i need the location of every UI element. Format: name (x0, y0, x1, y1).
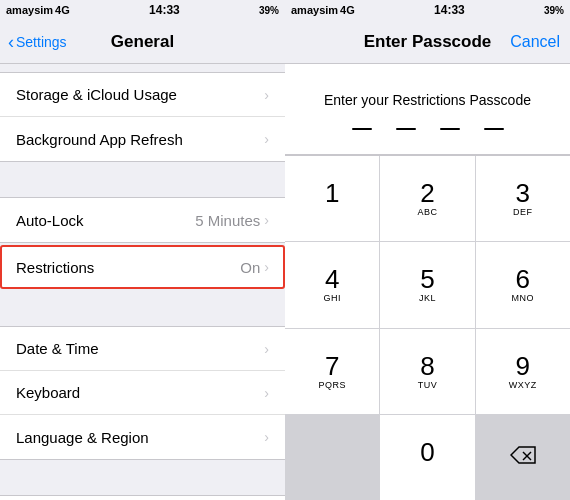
numpad-key-2[interactable]: 2 ABC (380, 156, 474, 241)
right-carrier: amaysim (291, 4, 338, 16)
autolock-item[interactable]: Auto-Lock 5 Minutes › (0, 198, 285, 242)
numpad-key-1[interactable]: 1 (285, 156, 379, 241)
restrictions-right: On › (240, 259, 269, 276)
separator-2 (0, 291, 285, 326)
storage-right: › (264, 87, 269, 103)
section-itunes: iTunes Wi-Fi Sync › VPN Not Connected › (0, 495, 285, 500)
left-time: 14:33 (149, 3, 180, 17)
back-label: Settings (16, 34, 67, 50)
language-item[interactable]: Language & Region › (0, 415, 285, 459)
numpad-key-5[interactable]: 5 JKL (380, 242, 474, 327)
passcode-prompt-text: Enter your Restrictions Passcode (324, 92, 531, 108)
numpad-digit-1: 1 (325, 180, 339, 206)
storage-chevron-icon: › (264, 87, 269, 103)
restrictions-item[interactable]: Restrictions On › (0, 245, 285, 289)
language-label: Language & Region (16, 429, 149, 446)
numpad: 1 2 ABC 3 DEF 4 GHI 5 JKL 6 MNO (285, 155, 570, 500)
left-status-left: amaysim 4G (6, 4, 70, 16)
date-time-label: Date & Time (16, 340, 99, 357)
right-battery-level: 39% (544, 5, 564, 16)
keyboard-label: Keyboard (16, 384, 80, 401)
background-app-right: › (264, 131, 269, 147)
background-app-label: Background App Refresh (16, 131, 183, 148)
numpad-key-backspace[interactable] (476, 415, 570, 500)
section-storage: Storage & iCloud Usage › Background App … (0, 72, 285, 162)
numpad-digit-4: 4 (325, 266, 339, 292)
left-battery-level: 39% (259, 5, 279, 16)
passcode-dash-4 (484, 128, 504, 130)
keyboard-chevron-icon: › (264, 385, 269, 401)
numpad-letters-8: TUV (418, 380, 438, 390)
passcode-dash-2 (396, 128, 416, 130)
left-carrier: amaysim (6, 4, 53, 16)
right-panel: amaysim 4G 14:33 39% Enter Passcode Canc… (285, 0, 570, 500)
right-network: 4G (340, 4, 355, 16)
right-status-left: amaysim 4G (291, 4, 355, 16)
right-time: 14:33 (434, 3, 465, 17)
language-chevron-icon: › (264, 429, 269, 445)
keyboard-right: › (264, 385, 269, 401)
numpad-letters-9: WXYZ (509, 380, 537, 390)
numpad-letters-2: ABC (417, 207, 437, 217)
right-status-bar: amaysim 4G 14:33 39% (285, 0, 570, 20)
numpad-key-6[interactable]: 6 MNO (476, 242, 570, 327)
autolock-chevron-icon: › (264, 212, 269, 228)
storage-item[interactable]: Storage & iCloud Usage › (0, 73, 285, 117)
date-time-right: › (264, 341, 269, 357)
backspace-icon (510, 446, 536, 469)
passcode-content: Enter your Restrictions Passcode 1 2 ABC… (285, 64, 570, 500)
separator-3 (0, 460, 285, 495)
restrictions-label: Restrictions (16, 259, 94, 276)
numpad-digit-0: 0 (420, 439, 434, 465)
numpad-digit-9: 9 (516, 353, 530, 379)
background-app-item[interactable]: Background App Refresh › (0, 117, 285, 161)
numpad-digit-7: 7 (325, 353, 339, 379)
right-nav-title: Enter Passcode (364, 32, 492, 52)
settings-list: Storage & iCloud Usage › Background App … (0, 64, 285, 500)
passcode-prompt-area: Enter your Restrictions Passcode (285, 64, 570, 155)
numpad-key-8[interactable]: 8 TUV (380, 329, 474, 414)
numpad-digit-3: 3 (516, 180, 530, 206)
itunes-item[interactable]: iTunes Wi-Fi Sync › (0, 496, 285, 500)
numpad-key-7[interactable]: 7 PQRS (285, 329, 379, 414)
numpad-key-3[interactable]: 3 DEF (476, 156, 570, 241)
passcode-dash-1 (352, 128, 372, 130)
left-panel: amaysim 4G 14:33 39% ‹ Settings General … (0, 0, 285, 500)
separator-top (0, 64, 285, 72)
numpad-key-empty (285, 415, 379, 500)
numpad-letters-7: PQRS (318, 380, 346, 390)
back-chevron-icon: ‹ (8, 33, 14, 51)
language-right: › (264, 429, 269, 445)
numpad-letters-6: MNO (512, 293, 535, 303)
section-autolock: Auto-Lock 5 Minutes › (0, 197, 285, 243)
numpad-letters-4: GHI (323, 293, 341, 303)
numpad-key-9[interactable]: 9 WXYZ (476, 329, 570, 414)
left-nav-title: General (111, 32, 174, 52)
numpad-key-4[interactable]: 4 GHI (285, 242, 379, 327)
left-status-right: 39% (259, 5, 279, 16)
background-app-chevron-icon: › (264, 131, 269, 147)
numpad-digit-5: 5 (420, 266, 434, 292)
date-time-item[interactable]: Date & Time › (0, 327, 285, 371)
section-date: Date & Time › Keyboard › Language & Regi… (0, 326, 285, 460)
storage-label: Storage & iCloud Usage (16, 86, 177, 103)
numpad-digit-2: 2 (420, 180, 434, 206)
date-time-chevron-icon: › (264, 341, 269, 357)
restrictions-chevron-icon: › (264, 259, 269, 275)
autolock-label: Auto-Lock (16, 212, 84, 229)
right-status-right: 39% (544, 5, 564, 16)
restrictions-value: On (240, 259, 260, 276)
keyboard-item[interactable]: Keyboard › (0, 371, 285, 415)
cancel-button[interactable]: Cancel (510, 33, 560, 51)
separator-1 (0, 162, 285, 197)
numpad-digit-6: 6 (516, 266, 530, 292)
numpad-key-0[interactable]: 0 (380, 415, 474, 500)
back-button[interactable]: ‹ Settings (8, 33, 67, 51)
left-status-bar: amaysim 4G 14:33 39% (0, 0, 285, 20)
autolock-value: 5 Minutes (195, 212, 260, 229)
numpad-letters-3: DEF (513, 207, 533, 217)
left-nav-bar: ‹ Settings General (0, 20, 285, 64)
numpad-letters-5: JKL (419, 293, 436, 303)
passcode-dots (352, 128, 504, 130)
numpad-digit-8: 8 (420, 353, 434, 379)
